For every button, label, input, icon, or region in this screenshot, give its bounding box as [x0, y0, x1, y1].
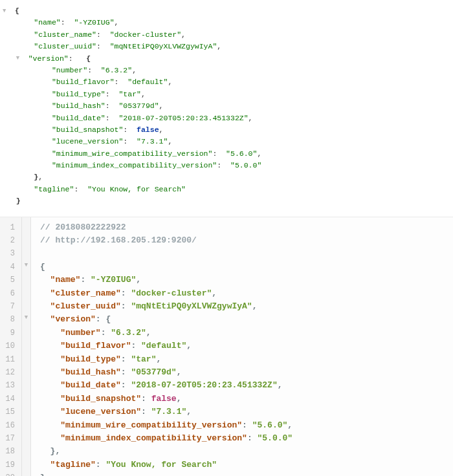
json-key: "minimum_wire_compatibility_version" — [52, 149, 212, 158]
json-key: "lucene_version" — [52, 137, 123, 146]
json-value: "2018-07-20T05:20:23.451332Z" — [118, 114, 248, 122]
json-value: "default" — [127, 78, 168, 86]
code-comment: // http://192.168.205.129:9200/ — [40, 235, 197, 245]
json-key: "lucene_version" — [60, 407, 141, 416]
json-value: "053779d" — [131, 367, 176, 377]
json-key: "minimum_wire_compatibility_version" — [60, 420, 242, 430]
json-value: "-YZ0IUG" — [91, 275, 136, 285]
json-value: false — [151, 394, 177, 404]
json-key: "build_hash" — [60, 367, 121, 377]
json-key: "build_snapshot" — [60, 394, 141, 404]
code-editor-panel: 1234567891011121314151617181920 ▼▼ // 20… — [0, 217, 453, 476]
json-key: "cluster_name" — [34, 30, 96, 39]
brace-open: { — [40, 262, 45, 272]
json-value: "6.3.2" — [111, 328, 146, 338]
json-key: "minimum_index_compatibility_version" — [52, 161, 217, 169]
brace-close: } — [40, 473, 45, 476]
json-value: "5.0.0" — [230, 161, 261, 169]
json-key: "build_snapshot" — [52, 125, 123, 134]
json-value: "2018-07-20T05:20:23.451332Z" — [131, 380, 277, 390]
line-number-gutter: 1234567891011121314151617181920 — [0, 217, 22, 476]
json-value: "You Know, for Search" — [87, 185, 186, 193]
json-key: "version" — [28, 54, 69, 63]
json-key: "cluster_name" — [50, 288, 121, 298]
json-value: "053779d" — [118, 102, 159, 110]
fold-icon[interactable]: ▼ — [23, 313, 29, 326]
json-key: "build_type" — [52, 90, 105, 98]
json-value: "6.3.2" — [101, 66, 132, 74]
json-key: "name" — [34, 18, 60, 27]
json-key: "build_flavor" — [52, 78, 115, 86]
json-key: "name" — [50, 275, 81, 285]
json-key: "build_hash" — [52, 102, 105, 110]
json-key: "build_date" — [60, 380, 121, 390]
json-value: "mqNtEtiPQ0yXLVWZgywIyA" — [131, 301, 252, 311]
json-value: "5.0.0" — [257, 433, 293, 443]
json-key: "tagline" — [50, 460, 96, 470]
json-value: "5.6.0" — [252, 420, 288, 430]
json-key: "build_date" — [52, 114, 105, 122]
fold-icon[interactable]: ▼ — [23, 261, 29, 274]
json-value: "default" — [141, 341, 186, 351]
json-key: "cluster_uuid" — [50, 301, 121, 311]
json-key: "build_type" — [60, 354, 121, 364]
json-value: "docker-cluster" — [131, 288, 212, 298]
json-key: "cluster_uuid" — [34, 42, 96, 50]
json-value: "tar" — [131, 354, 156, 364]
json-value: "-YZ0IUG" — [74, 18, 114, 27]
code-comment: // 20180802222922 — [40, 222, 126, 232]
json-value: "tar" — [118, 90, 141, 98]
json-value: false — [137, 125, 159, 134]
code-content[interactable]: // 20180802222922 // http://192.168.205.… — [31, 217, 293, 476]
brace-close: } — [16, 197, 21, 205]
json-tree-panel: ▼ { "name": "-YZ0IUG", "cluster_name": "… — [0, 0, 453, 217]
json-key: "minimum_index_compatibility_version" — [60, 433, 247, 443]
json-value: "7.3.1" — [151, 407, 187, 416]
fold-gutter: ▼▼ — [22, 217, 31, 476]
json-key: "number" — [52, 66, 87, 74]
json-key: "version" — [50, 314, 96, 324]
json-value: "mqNtEtiPQ0yXLVWZgywIyA" — [110, 42, 217, 50]
json-value: "5.6.0" — [226, 149, 257, 158]
fold-icon[interactable]: ▼ — [3, 6, 10, 16]
json-value: "docker-cluster" — [110, 30, 181, 39]
json-key: "build_flavor" — [60, 341, 131, 351]
json-key: "tagline" — [34, 185, 74, 193]
json-value: "7.3.1" — [137, 137, 168, 146]
brace-open: { — [15, 6, 19, 15]
json-value: "You Know, for Search" — [105, 460, 217, 470]
fold-icon[interactable]: ▼ — [16, 54, 24, 63]
json-key: "number" — [60, 328, 100, 338]
